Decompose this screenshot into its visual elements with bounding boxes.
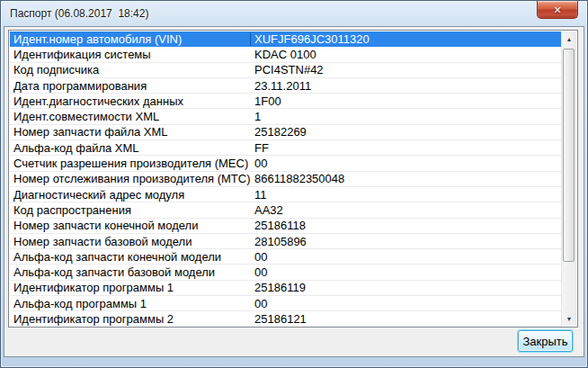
row-label: Идентификатор программы 2 bbox=[10, 312, 251, 326]
table-row[interactable]: Код подписчикаPCI4STN#42 bbox=[10, 63, 561, 78]
row-label: Идент.совместимости XML bbox=[10, 110, 251, 123]
row-value: 00 bbox=[251, 265, 267, 279]
row-label: Альфа-код программы 1 bbox=[10, 297, 251, 310]
row-value: 23.11.2011 bbox=[251, 79, 311, 93]
row-value: XUFJF696JC3011320 bbox=[251, 32, 370, 46]
row-label: Номер запчасти конечной модели bbox=[10, 219, 251, 232]
table-row[interactable]: Альфа-код программы 100 bbox=[10, 296, 561, 311]
row-value: 25186121 bbox=[251, 312, 307, 326]
dialog-client-area: Идент.номер автомобиля (VIN)XUFJF696JC30… bbox=[4, 26, 584, 357]
row-label: Код распространения bbox=[10, 203, 251, 217]
table-row[interactable]: Альфа-код запчасти базовой модели00 bbox=[10, 265, 561, 280]
row-label: Альфа-код запчасти базовой модели bbox=[10, 265, 251, 279]
row-label: Дата программирования bbox=[10, 79, 251, 93]
window-close-button[interactable]: ✕ bbox=[537, 1, 578, 19]
row-value: 00 bbox=[251, 157, 267, 170]
arrow-down-icon: ▼ bbox=[566, 316, 573, 322]
row-label: Альфа-код запчасти конечной модели bbox=[10, 250, 251, 264]
passport-data-list: Идент.номер автомобиля (VIN)XUFJF696JC30… bbox=[8, 30, 578, 328]
row-value: AA32 bbox=[251, 203, 283, 217]
scrollbar[interactable]: ▲ ▼ bbox=[561, 31, 576, 326]
table-row[interactable]: Номер отслеживания производителя (МТС)86… bbox=[10, 172, 561, 187]
table-row[interactable]: Дата программирования23.11.2011 bbox=[10, 78, 561, 94]
table-row[interactable]: Идент.диагностических данных1F00 bbox=[10, 94, 561, 109]
scrollbar-thumb[interactable] bbox=[563, 49, 575, 262]
row-label: Номер запчасти файла XML bbox=[10, 125, 251, 139]
row-value: 1 bbox=[251, 110, 261, 123]
row-value: 00 bbox=[251, 250, 267, 264]
table-row[interactable]: Идентификация системыKDAC 0100 bbox=[10, 47, 561, 62]
row-value: 28105896 bbox=[251, 235, 307, 248]
row-value: 1F00 bbox=[251, 94, 281, 108]
table-row[interactable]: Идентификатор программы 125186119 bbox=[10, 281, 561, 296]
table-row[interactable]: Счетчик разрешения производителя (МЕС)00 bbox=[10, 156, 561, 171]
table-row[interactable]: Номер запчасти базовой модели28105896 bbox=[10, 234, 561, 249]
table-row[interactable]: Идент.совместимости XML1 bbox=[10, 109, 561, 124]
row-label: Номер запчасти базовой модели bbox=[10, 235, 251, 248]
row-label: Номер отслеживания производителя (МТС) bbox=[10, 172, 251, 185]
table-row[interactable]: Альфа-код файла XMLFF bbox=[10, 140, 561, 156]
scrollbar-track[interactable] bbox=[562, 46, 576, 311]
row-value: 25186119 bbox=[251, 281, 306, 294]
close-button[interactable]: Закрыть bbox=[518, 330, 573, 352]
list-rows: Идент.номер автомобиля (VIN)XUFJF696JC30… bbox=[10, 31, 561, 326]
row-value: 86611882350048 bbox=[251, 172, 344, 185]
table-row[interactable]: Номер запчасти конечной модели25186118 bbox=[10, 219, 561, 234]
table-row[interactable]: Номер запчасти файла XML25182269 bbox=[10, 125, 561, 140]
row-label: Альфа-код файла XML bbox=[10, 141, 251, 155]
table-row[interactable]: Диагностический адрес модуля11 bbox=[10, 187, 561, 202]
row-label: Идент.диагностических данных bbox=[10, 94, 251, 108]
row-label: Идентификатор программы 1 bbox=[10, 281, 251, 294]
window-title: Паспорт (06.08.2017 18:42) bbox=[10, 7, 148, 20]
table-row[interactable]: Код распространенияAA32 bbox=[10, 202, 561, 218]
table-row[interactable]: Идент.номер автомобиля (VIN)XUFJF696JC30… bbox=[10, 31, 561, 47]
row-value: PCI4STN#42 bbox=[251, 63, 324, 76]
dialog-window: Паспорт (06.08.2017 18:42) ✕ Идент.номер… bbox=[0, 0, 588, 368]
row-value: 25186118 bbox=[251, 219, 306, 232]
row-value: 11 bbox=[251, 188, 267, 202]
row-label: Диагностический адрес модуля bbox=[10, 188, 251, 202]
scroll-down-button[interactable]: ▼ bbox=[562, 311, 576, 326]
row-label: Счетчик разрешения производителя (МЕС) bbox=[10, 157, 251, 170]
row-value: KDAC 0100 bbox=[251, 48, 316, 61]
table-row[interactable]: Идентификатор программы 225186121 bbox=[10, 311, 561, 326]
row-label: Идентификация системы bbox=[10, 48, 251, 61]
arrow-up-icon: ▲ bbox=[566, 36, 573, 42]
table-row[interactable]: Альфа-код запчасти конечной модели00 bbox=[10, 249, 561, 265]
titlebar[interactable]: Паспорт (06.08.2017 18:42) ✕ bbox=[1, 1, 587, 26]
row-label: Код подписчика bbox=[10, 63, 251, 76]
row-value: 00 bbox=[251, 297, 267, 310]
scroll-up-button[interactable]: ▲ bbox=[562, 31, 576, 46]
row-value: 25182269 bbox=[251, 125, 307, 139]
row-value: FF bbox=[251, 141, 269, 155]
row-label: Идент.номер автомобиля (VIN) bbox=[10, 32, 251, 46]
close-icon: ✕ bbox=[553, 4, 561, 16]
